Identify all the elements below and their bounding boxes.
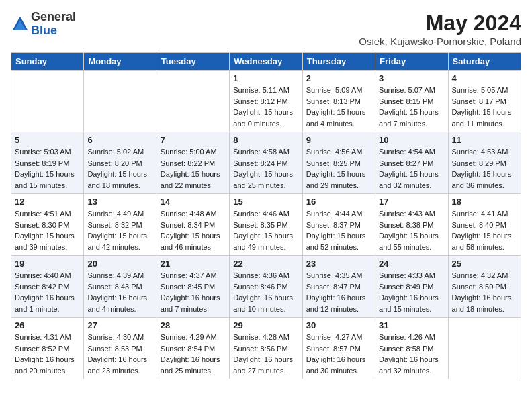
sunrise-text: Sunrise: 4:36 AM: [233, 270, 298, 281]
day-number: 3: [379, 73, 444, 83]
sunrise-text: Sunrise: 4:29 AM: [161, 332, 226, 343]
sunset-text: Sunset: 8:56 PM: [233, 343, 298, 355]
weekday-header-wednesday: Wednesday: [230, 53, 302, 71]
calendar-cell: 23Sunrise: 4:35 AMSunset: 8:47 PMDayligh…: [302, 256, 375, 318]
day-info: Sunrise: 4:49 AMSunset: 8:32 PMDaylight:…: [87, 208, 152, 253]
sunset-text: Sunset: 8:25 PM: [306, 158, 371, 169]
day-info: Sunrise: 5:11 AMSunset: 8:12 PMDaylight:…: [233, 85, 298, 129]
sunrise-text: Sunrise: 4:39 AM: [87, 270, 152, 281]
day-info: Sunrise: 4:26 AMSunset: 8:58 PMDaylight:…: [379, 332, 444, 376]
day-number: 27: [87, 320, 152, 330]
calendar-cell: 7Sunrise: 5:00 AMSunset: 8:22 PMDaylight…: [157, 132, 229, 194]
weekday-header-thursday: Thursday: [302, 53, 375, 71]
calendar-cell: [11, 71, 84, 132]
sunrise-text: Sunrise: 4:48 AM: [161, 208, 226, 220]
calendar-cell: 15Sunrise: 4:46 AMSunset: 8:35 PMDayligh…: [230, 194, 302, 256]
calendar-cell: 30Sunrise: 4:27 AMSunset: 8:57 PMDayligh…: [302, 318, 375, 379]
day-info: Sunrise: 5:05 AMSunset: 8:17 PMDaylight:…: [452, 85, 517, 129]
day-number: 19: [15, 259, 80, 269]
daylight-text: Daylight: 15 hours and 36 minutes.: [452, 169, 517, 191]
sunset-text: Sunset: 8:49 PM: [379, 281, 444, 293]
day-number: 28: [161, 320, 226, 330]
logo: General Blue: [11, 11, 76, 38]
calendar-cell: 20Sunrise: 4:39 AMSunset: 8:43 PMDayligh…: [84, 256, 157, 318]
sunrise-text: Sunrise: 4:56 AM: [306, 146, 371, 158]
sunrise-text: Sunrise: 4:27 AM: [306, 332, 371, 343]
day-number: 9: [306, 135, 371, 145]
day-number: 14: [161, 197, 226, 207]
sunset-text: Sunset: 8:15 PM: [379, 96, 444, 107]
day-info: Sunrise: 4:32 AMSunset: 8:50 PMDaylight:…: [452, 270, 517, 314]
calendar-cell: 26Sunrise: 4:31 AMSunset: 8:52 PMDayligh…: [11, 318, 84, 379]
sunset-text: Sunset: 8:35 PM: [233, 220, 298, 231]
calendar-cell: 13Sunrise: 4:49 AMSunset: 8:32 PMDayligh…: [84, 194, 157, 256]
calendar-cell: 17Sunrise: 4:43 AMSunset: 8:38 PMDayligh…: [375, 194, 448, 256]
sunset-text: Sunset: 8:30 PM: [15, 220, 80, 231]
sunrise-text: Sunrise: 4:33 AM: [379, 270, 444, 281]
day-number: 30: [306, 320, 371, 330]
daylight-text: Daylight: 16 hours and 18 minutes.: [452, 292, 517, 314]
day-number: 8: [233, 135, 298, 145]
calendar-cell: 21Sunrise: 4:37 AMSunset: 8:45 PMDayligh…: [157, 256, 229, 318]
daylight-text: Daylight: 15 hours and 4 minutes.: [306, 107, 371, 129]
day-number: 10: [379, 135, 444, 145]
sunset-text: Sunset: 8:52 PM: [15, 343, 80, 355]
calendar-cell: 25Sunrise: 4:32 AMSunset: 8:50 PMDayligh…: [448, 256, 521, 318]
sunset-text: Sunset: 8:38 PM: [379, 220, 444, 231]
day-info: Sunrise: 4:48 AMSunset: 8:34 PMDaylight:…: [161, 208, 226, 253]
daylight-text: Daylight: 16 hours and 23 minutes.: [87, 354, 152, 376]
calendar-cell: 24Sunrise: 4:33 AMSunset: 8:49 PMDayligh…: [375, 256, 448, 318]
daylight-text: Daylight: 15 hours and 39 minutes.: [15, 230, 80, 253]
day-info: Sunrise: 4:30 AMSunset: 8:53 PMDaylight:…: [87, 332, 152, 376]
calendar-cell: 14Sunrise: 4:48 AMSunset: 8:34 PMDayligh…: [157, 194, 229, 256]
sunset-text: Sunset: 8:37 PM: [306, 220, 371, 231]
daylight-text: Daylight: 15 hours and 52 minutes.: [306, 230, 371, 253]
sunset-text: Sunset: 8:24 PM: [233, 158, 298, 169]
sunrise-text: Sunrise: 4:35 AM: [306, 270, 371, 281]
daylight-text: Daylight: 15 hours and 46 minutes.: [161, 230, 226, 253]
sunrise-text: Sunrise: 4:49 AM: [87, 208, 152, 220]
sunrise-text: Sunrise: 4:31 AM: [15, 332, 80, 343]
week-row-5: 26Sunrise: 4:31 AMSunset: 8:52 PMDayligh…: [11, 318, 521, 379]
daylight-text: Daylight: 15 hours and 29 minutes.: [306, 169, 371, 191]
day-number: 25: [452, 259, 517, 269]
day-info: Sunrise: 4:31 AMSunset: 8:52 PMDaylight:…: [15, 332, 80, 376]
daylight-text: Daylight: 16 hours and 1 minute.: [15, 292, 80, 314]
sunrise-text: Sunrise: 4:54 AM: [379, 146, 444, 158]
day-number: 29: [233, 320, 298, 330]
daylight-text: Daylight: 16 hours and 30 minutes.: [306, 354, 371, 376]
day-info: Sunrise: 4:33 AMSunset: 8:49 PMDaylight:…: [379, 270, 444, 314]
day-number: 1: [233, 73, 298, 83]
calendar-cell: [84, 71, 157, 132]
day-number: 16: [306, 197, 371, 207]
sunset-text: Sunset: 8:17 PM: [452, 96, 517, 107]
day-number: 31: [379, 320, 444, 330]
sunset-text: Sunset: 8:43 PM: [87, 281, 152, 293]
sunset-text: Sunset: 8:45 PM: [161, 281, 226, 293]
day-info: Sunrise: 4:35 AMSunset: 8:47 PMDaylight:…: [306, 270, 371, 314]
sunrise-text: Sunrise: 5:11 AM: [233, 85, 298, 96]
day-number: 7: [161, 135, 226, 145]
location: Osiek, Kujawsko-Pomorskie, Poland: [359, 36, 521, 47]
daylight-text: Daylight: 15 hours and 25 minutes.: [233, 169, 298, 191]
day-info: Sunrise: 4:39 AMSunset: 8:43 PMDaylight:…: [87, 270, 152, 314]
day-info: Sunrise: 4:41 AMSunset: 8:40 PMDaylight:…: [452, 208, 517, 253]
calendar-cell: 6Sunrise: 5:02 AMSunset: 8:20 PMDaylight…: [84, 132, 157, 194]
calendar-cell: 2Sunrise: 5:09 AMSunset: 8:13 PMDaylight…: [302, 71, 375, 132]
sunset-text: Sunset: 8:27 PM: [379, 158, 444, 169]
week-row-3: 12Sunrise: 4:51 AMSunset: 8:30 PMDayligh…: [11, 194, 521, 256]
sunrise-text: Sunrise: 4:43 AM: [379, 208, 444, 220]
sunrise-text: Sunrise: 4:53 AM: [452, 146, 517, 158]
day-info: Sunrise: 4:53 AMSunset: 8:29 PMDaylight:…: [452, 146, 517, 191]
day-info: Sunrise: 4:54 AMSunset: 8:27 PMDaylight:…: [379, 146, 444, 191]
sunrise-text: Sunrise: 5:02 AM: [87, 146, 152, 158]
daylight-text: Daylight: 15 hours and 11 minutes.: [452, 107, 517, 129]
sunset-text: Sunset: 8:12 PM: [233, 96, 298, 107]
calendar-cell: 12Sunrise: 4:51 AMSunset: 8:30 PMDayligh…: [11, 194, 84, 256]
sunset-text: Sunset: 8:54 PM: [161, 343, 226, 355]
logo-text: General Blue: [31, 11, 76, 38]
day-number: 18: [452, 197, 517, 207]
calendar-cell: [448, 318, 521, 379]
weekday-header-monday: Monday: [84, 53, 157, 71]
sunrise-text: Sunrise: 4:28 AM: [233, 332, 298, 343]
